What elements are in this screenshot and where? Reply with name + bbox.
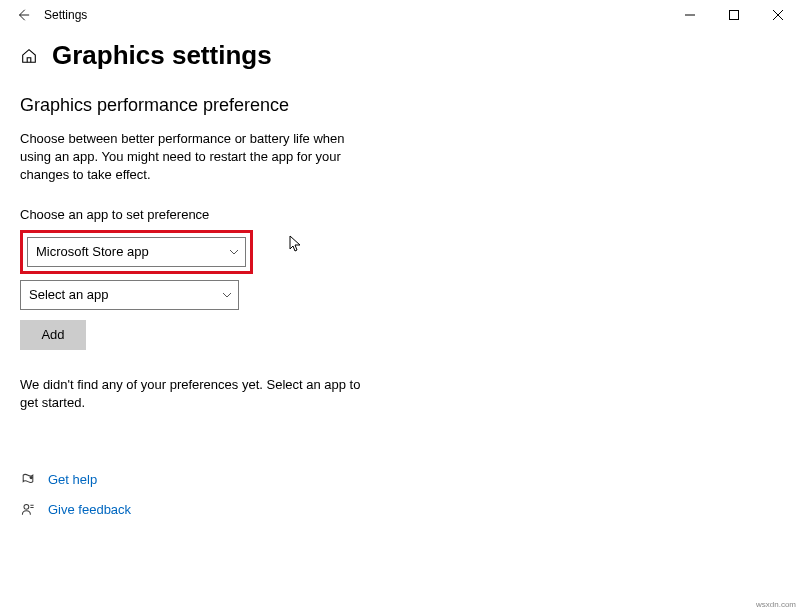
choose-app-label: Choose an app to set preference: [20, 207, 780, 222]
add-button[interactable]: Add: [20, 320, 86, 350]
window-controls: [668, 0, 800, 30]
maximize-icon: [729, 10, 739, 20]
select-app-dropdown[interactable]: Select an app: [20, 280, 239, 310]
empty-state-message: We didn't find any of your preferences y…: [20, 376, 380, 412]
home-button[interactable]: [20, 47, 38, 65]
maximize-button[interactable]: [712, 0, 756, 30]
page-header: Graphics settings: [20, 40, 780, 71]
window-title: Settings: [44, 8, 87, 22]
back-button[interactable]: [10, 8, 40, 22]
get-help-link[interactable]: Get help: [20, 472, 780, 488]
get-help-label: Get help: [48, 472, 97, 487]
svg-point-2: [24, 504, 29, 509]
give-feedback-label: Give feedback: [48, 502, 131, 517]
cursor-icon: [289, 235, 303, 253]
section-description: Choose between better performance or bat…: [20, 130, 370, 185]
arrow-left-icon: [16, 8, 30, 22]
close-button[interactable]: [756, 0, 800, 30]
home-icon: [20, 47, 38, 65]
app-type-value: Microsoft Store app: [36, 244, 149, 259]
close-icon: [773, 10, 783, 20]
watermark: wsxdn.com: [756, 600, 796, 609]
titlebar: Settings: [0, 0, 800, 30]
svg-point-1: [30, 476, 33, 479]
help-icon: [20, 472, 36, 488]
add-button-label: Add: [41, 327, 64, 342]
app-type-dropdown[interactable]: Microsoft Store app: [27, 237, 246, 267]
minimize-button[interactable]: [668, 0, 712, 30]
svg-rect-0: [730, 11, 739, 20]
select-app-value: Select an app: [29, 287, 109, 302]
chevron-down-icon: [229, 247, 243, 257]
give-feedback-link[interactable]: Give feedback: [20, 502, 780, 518]
feedback-icon: [20, 502, 36, 518]
content-area: Graphics settings Graphics performance p…: [0, 30, 800, 518]
chevron-down-icon: [222, 290, 236, 300]
section-title: Graphics performance preference: [20, 95, 780, 116]
highlight-annotation: Microsoft Store app: [20, 230, 253, 274]
page-title: Graphics settings: [52, 40, 272, 71]
minimize-icon: [685, 10, 695, 20]
help-links: Get help Give feedback: [20, 472, 780, 518]
